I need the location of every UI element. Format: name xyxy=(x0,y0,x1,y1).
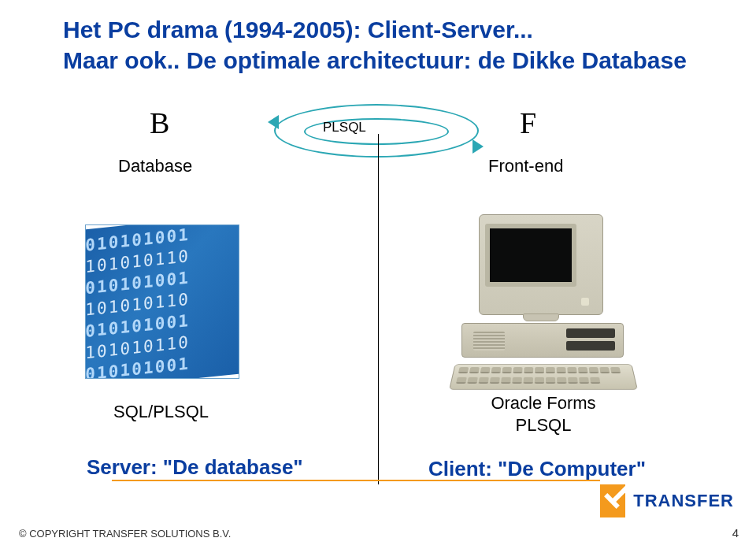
letter-f: F xyxy=(520,106,536,140)
logo-text: TRANSFER xyxy=(633,491,734,511)
pc-base xyxy=(461,323,624,358)
vertical-divider xyxy=(378,134,379,484)
floppy-drive-2 xyxy=(566,341,615,351)
floppy-drive-1 xyxy=(566,328,615,338)
client-caption: Client: "De Computer" xyxy=(428,457,646,481)
letter-b: B xyxy=(150,106,169,140)
label-database: Database xyxy=(118,156,192,176)
arrow-right-icon xyxy=(472,139,484,154)
label-frontend: Front-end xyxy=(488,156,563,176)
logo-mark-icon xyxy=(600,484,625,517)
monitor-led xyxy=(581,298,589,306)
page-number: 4 xyxy=(732,526,739,540)
binary-image: 010101001 101010110 010101001 101010110 … xyxy=(85,224,239,379)
monitor-foot xyxy=(523,313,559,321)
oracle-forms-line2: PLSQL xyxy=(516,415,572,435)
server-caption: Server: "De database" xyxy=(87,455,303,480)
logo-rule xyxy=(112,480,600,481)
arrow-left-icon xyxy=(268,115,279,129)
oracle-forms-line1: Oracle Forms xyxy=(491,393,595,413)
title-line-2: Maar ook.. De optimale architectuur: de … xyxy=(63,47,687,73)
monitor-screen xyxy=(485,224,576,287)
title-line-1: Het PC drama (1994-2005): Client-Server.… xyxy=(63,17,533,43)
keyboard xyxy=(449,364,638,389)
transfer-logo: TRANSFER xyxy=(600,484,734,517)
slide: Het PC drama (1994-2005): Client-Server.… xyxy=(0,0,756,549)
retro-pc-image xyxy=(425,213,654,394)
caption-sql-plsql: SQL/PLSQL xyxy=(113,402,209,422)
connector-label: PLSQL xyxy=(323,120,366,135)
caption-oracle-forms: Oracle Forms PLSQL xyxy=(472,392,614,436)
vent xyxy=(473,332,505,351)
footer-copyright: © COPYRIGHT TRANSFER SOLUTIONS B.V. xyxy=(19,528,231,540)
slide-title: Het PC drama (1994-2005): Client-Server.… xyxy=(63,14,709,76)
